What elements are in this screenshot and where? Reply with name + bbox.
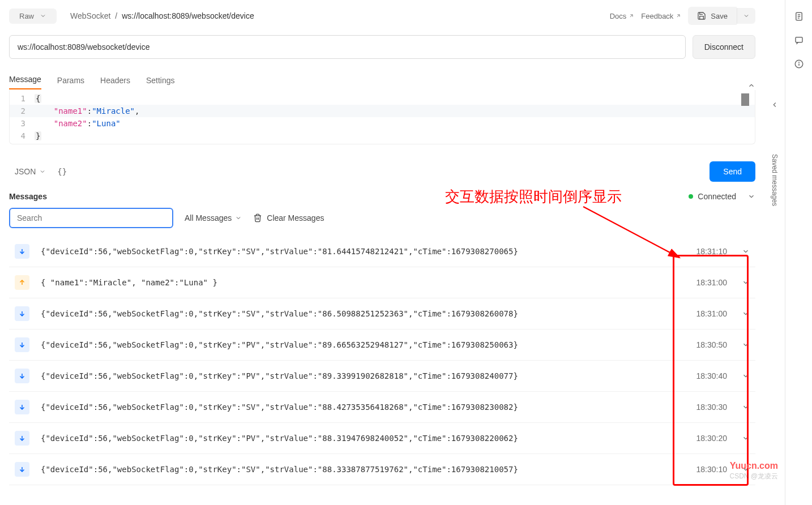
chevron-down-icon bbox=[39, 168, 46, 175]
tab-settings[interactable]: Settings bbox=[146, 76, 175, 89]
message-row[interactable]: {"deviceId":56,"webSocketFlag":0,"strKey… bbox=[9, 423, 755, 454]
tab-message[interactable]: Message bbox=[9, 75, 41, 89]
crumb-url[interactable]: ws://localhost:8089/websocket/device bbox=[122, 11, 254, 20]
raw-label: Raw bbox=[19, 12, 34, 20]
crumb-protocol[interactable]: WebSocket bbox=[70, 11, 110, 20]
saved-messages-rail: Saved messages bbox=[764, 96, 785, 289]
save-button[interactable]: Save bbox=[688, 7, 737, 25]
message-row[interactable]: {"deviceId":56,"webSocketFlag":0,"strKey… bbox=[9, 329, 755, 361]
message-time: 18:30:20 bbox=[696, 434, 728, 443]
expand-message-icon[interactable] bbox=[742, 403, 750, 411]
filter-dropdown[interactable]: All Messages bbox=[185, 213, 242, 222]
svg-rect-4 bbox=[796, 37, 802, 42]
message-row[interactable]: {"deviceId":56,"webSocketFlag":0,"strKey… bbox=[9, 361, 755, 392]
expand-message-icon[interactable] bbox=[742, 341, 750, 349]
expand-message-icon[interactable] bbox=[742, 372, 750, 380]
clear-messages-button[interactable]: Clear Messages bbox=[253, 213, 324, 222]
message-content: {"deviceId":56,"webSocketFlag":0,"strKey… bbox=[41, 403, 685, 412]
expand-message-icon[interactable] bbox=[742, 247, 750, 255]
url-row: Disconnect bbox=[9, 35, 755, 59]
format-send-row: JSON {} Send bbox=[9, 161, 755, 182]
feedback-link[interactable]: Feedback bbox=[641, 12, 681, 20]
arrow-down-icon bbox=[15, 337, 29, 352]
websocket-url-input[interactable] bbox=[9, 35, 686, 59]
message-time: 18:30:10 bbox=[696, 465, 728, 474]
arrow-up-icon bbox=[15, 275, 29, 290]
message-time: 18:30:40 bbox=[696, 371, 728, 380]
svg-point-7 bbox=[798, 62, 799, 63]
arrow-down-icon bbox=[15, 431, 29, 446]
arrow-down-icon bbox=[15, 244, 29, 259]
breadcrumb: WebSocket / ws://localhost:8089/websocke… bbox=[70, 11, 254, 20]
collapse-icon[interactable] bbox=[747, 82, 755, 89]
expand-message-icon[interactable] bbox=[742, 310, 750, 318]
minimap[interactable] bbox=[741, 93, 749, 106]
chevron-left-icon[interactable] bbox=[771, 101, 779, 109]
search-input[interactable] bbox=[9, 208, 173, 228]
expand-message-icon[interactable] bbox=[742, 465, 750, 473]
comment-icon[interactable] bbox=[794, 35, 804, 45]
main-area: Raw WebSocket / ws://localhost:8089/webs… bbox=[0, 0, 764, 505]
message-content: {"deviceId":56,"webSocketFlag":0,"strKey… bbox=[41, 247, 685, 256]
message-editor[interactable]: 1{ 2 "name1":"Miracle", 3 "name2":"Luna"… bbox=[9, 90, 755, 144]
messages-header: Messages Connected bbox=[9, 192, 755, 201]
message-row[interactable]: {"deviceId":56,"webSocketFlag":0,"strKey… bbox=[9, 454, 755, 485]
message-row[interactable]: {"deviceId":56,"webSocketFlag":0,"strKey… bbox=[9, 236, 755, 267]
message-content: {"deviceId":56,"webSocketFlag":0,"strKey… bbox=[41, 465, 685, 474]
expand-message-icon[interactable] bbox=[742, 434, 750, 442]
disconnect-button[interactable]: Disconnect bbox=[693, 35, 755, 59]
message-row[interactable]: { "name1":"Miracle", "name2":"Luna" }18:… bbox=[9, 267, 755, 298]
send-button[interactable]: Send bbox=[710, 161, 755, 182]
save-icon bbox=[697, 11, 706, 20]
message-time: 18:31:00 bbox=[696, 278, 728, 287]
chevron-down-icon bbox=[743, 12, 750, 19]
message-content: {"deviceId":56,"webSocketFlag":0,"strKey… bbox=[41, 434, 685, 443]
crumb-sep: / bbox=[115, 11, 117, 20]
message-time: 18:31:00 bbox=[696, 309, 728, 318]
message-time: 18:30:50 bbox=[696, 340, 728, 349]
message-list[interactable]: {"deviceId":56,"webSocketFlag":0,"strKey… bbox=[9, 236, 755, 505]
request-tabs: Message Params Headers Settings bbox=[9, 75, 755, 90]
status-dot-icon bbox=[689, 194, 693, 199]
arrow-down-icon bbox=[15, 306, 29, 321]
message-row[interactable]: {"deviceId":56,"webSocketFlag":0,"strKey… bbox=[9, 298, 755, 329]
document-icon[interactable] bbox=[794, 11, 804, 22]
message-content: {"deviceId":56,"webSocketFlag":0,"strKey… bbox=[41, 309, 685, 318]
saved-messages-label: Saved messages bbox=[771, 154, 779, 206]
external-link-icon bbox=[676, 13, 681, 19]
message-content: {"deviceId":56,"webSocketFlag":0,"strKey… bbox=[41, 371, 685, 380]
connection-status: Connected bbox=[689, 192, 755, 201]
raw-dropdown[interactable]: Raw bbox=[9, 8, 57, 24]
arrow-down-icon bbox=[15, 369, 29, 383]
message-content: {"deviceId":56,"webSocketFlag":0,"strKey… bbox=[41, 340, 685, 349]
beautify-button[interactable]: {} bbox=[57, 167, 67, 176]
messages-toolbar: All Messages Clear Messages bbox=[9, 208, 755, 228]
tab-params[interactable]: Params bbox=[57, 76, 84, 89]
chevron-down-icon bbox=[235, 215, 242, 221]
message-row[interactable]: {"deviceId":56,"webSocketFlag":0,"strKey… bbox=[9, 392, 755, 423]
message-time: 18:30:30 bbox=[696, 403, 728, 412]
expand-message-icon[interactable] bbox=[742, 279, 750, 286]
info-icon[interactable] bbox=[794, 59, 804, 69]
save-group: Save bbox=[688, 7, 755, 25]
header-row: Raw WebSocket / ws://localhost:8089/webs… bbox=[9, 7, 755, 25]
message-content: { "name1":"Miracle", "name2":"Luna" } bbox=[41, 278, 685, 287]
save-dropdown-button[interactable] bbox=[737, 8, 755, 24]
sidebar-right bbox=[785, 0, 812, 505]
trash-icon bbox=[253, 213, 262, 222]
message-time: 18:31:10 bbox=[696, 247, 728, 256]
tab-headers[interactable]: Headers bbox=[100, 76, 130, 89]
status-label: Connected bbox=[698, 192, 736, 201]
format-dropdown[interactable]: JSON bbox=[9, 167, 46, 176]
arrow-down-icon bbox=[15, 400, 29, 414]
external-link-icon bbox=[629, 13, 634, 19]
status-chevron[interactable] bbox=[747, 192, 755, 200]
docs-link[interactable]: Docs bbox=[610, 12, 635, 20]
arrow-down-icon bbox=[15, 462, 29, 477]
chevron-down-icon bbox=[40, 12, 46, 19]
messages-title: Messages bbox=[9, 192, 47, 201]
